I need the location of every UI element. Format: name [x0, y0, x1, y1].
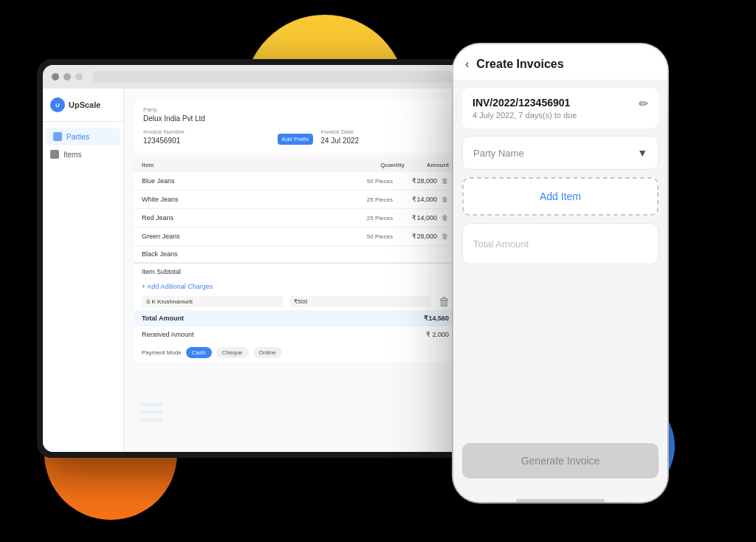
items-table-header: Item Quantity Amount [134, 158, 456, 172]
tablet-titlebar [43, 65, 467, 89]
sidebar-logo: U UpScale [43, 97, 123, 122]
back-button[interactable]: ‹ [465, 58, 469, 71]
total-amount-phone-label: Total Amount [473, 239, 529, 250]
parties-icon [53, 132, 62, 141]
phone-title: Create Invoices [476, 58, 563, 71]
phone-invoice-number: INV/2022/123456901 [472, 97, 577, 109]
sidebar-parties-label: Parties [66, 133, 89, 141]
add-item-box[interactable]: Add Item [462, 177, 659, 216]
delete-icon-1[interactable]: 🗑 [440, 195, 449, 204]
charge-row: S K Krushnamurti ₹500 🗑 [134, 293, 456, 310]
sidebar-items-label: Items [63, 151, 81, 159]
generate-invoice-button[interactable]: Generate Invoice [462, 443, 659, 478]
received-amount-value: ₹ 2,000 [426, 331, 449, 338]
total-amount-value: ₹14,560 [424, 315, 449, 322]
subtotal-label: Item Subtotal [142, 268, 181, 275]
titlebar-btn-2[interactable] [63, 73, 71, 80]
phone-invoice-due: 4 July 2022, 7 days(s) to due [472, 111, 577, 120]
sidebar-logo-text: UpScale [69, 100, 100, 109]
table-row: Black Jeans [134, 246, 456, 263]
col-header-qty: Quantity [360, 162, 405, 168]
url-bar [93, 71, 452, 83]
item-name-3: Green Jeans [142, 233, 348, 240]
delete-icon-3[interactable]: 🗑 [440, 232, 449, 241]
item-amt-3: ₹28,000 [393, 233, 437, 240]
item-amt-1: ₹14,000 [393, 196, 437, 203]
titlebar-btn-3[interactable] [75, 73, 83, 80]
invoice-info-card: INV/2022/123456901 4 July 2022, 7 days(s… [462, 88, 659, 128]
item-name-0: Blue Jeans [142, 177, 348, 185]
invoice-date-value: 24 Jul 2022 [320, 137, 447, 145]
total-amount-box: Total Amount [462, 223, 659, 264]
party-name-placeholder: Party Name [473, 148, 524, 159]
item-qty-3: 50 Pieces [348, 233, 393, 240]
add-prefix-button[interactable]: Add Prefix [278, 134, 314, 145]
subtotal-row: Item Subtotal [134, 263, 456, 280]
phone-header: ‹ Create Invoices [453, 50, 667, 80]
table-row: Blue Jeans 50 Pieces ₹28,000 🗑 [134, 172, 456, 191]
charge-name-field[interactable]: S K Krushnamurti [142, 296, 284, 307]
table-row: Red Jeans 25 Pieces ₹14,000 🗑 [134, 209, 456, 227]
invoice-number-value: 123456901 [143, 137, 270, 145]
tablet-mockup: U UpScale Parties Items [37, 59, 472, 458]
edit-icon[interactable]: ✏ [639, 97, 648, 111]
invoice-date-label: Invoice Date [320, 128, 447, 135]
payment-online-button[interactable]: Online [253, 347, 282, 358]
tablet-main-content: Party Delux India Pvt Ltd Invoice Number… [124, 89, 467, 452]
sidebar-item-items[interactable]: Items [43, 145, 123, 163]
item-amt-2: ₹14,000 [393, 214, 437, 222]
scene: U UpScale Parties Items [0, 0, 756, 542]
invoice-number-label: Invoice Number [143, 128, 270, 135]
payment-cheque-button[interactable]: Cheque [216, 347, 249, 358]
dropdown-arrow-icon: ▼ [637, 147, 647, 159]
charge-amount-field[interactable]: ₹500 [289, 296, 431, 307]
party-name-dropdown[interactable]: Party Name ▼ [462, 136, 659, 170]
item-qty-0: 50 Pieces [348, 178, 393, 185]
party-label: Party [143, 106, 447, 113]
phone-mockup: ‹ Create Invoices INV/2022/123456901 4 J… [453, 44, 667, 502]
delete-icon-0[interactable]: 🗑 [440, 176, 449, 185]
payment-cash-button[interactable]: Cash [186, 347, 212, 358]
total-amount-row: Total Amount ₹14,560 [134, 310, 456, 326]
table-row: White Jeans 25 Pieces ₹14,000 🗑 [134, 191, 456, 209]
titlebar-btn-1[interactable] [52, 73, 59, 80]
charge-delete-icon[interactable]: 🗑 [440, 298, 449, 306]
party-value: Delux India Pvt Ltd [143, 114, 447, 123]
total-amount-label: Total Amount [142, 315, 184, 322]
items-table: Item Quantity Amount Blue Jeans 50 Piece… [134, 158, 456, 363]
item-amt-0: ₹28,000 [393, 177, 437, 185]
logo-icon: U [50, 97, 65, 112]
home-indicator [516, 499, 605, 502]
received-amount-row: Received Amount ₹ 2,000 [134, 326, 456, 343]
item-qty-2: 25 Pieces [348, 215, 393, 222]
col-header-item: Item [142, 162, 360, 168]
add-item-label: Add Item [540, 191, 581, 202]
delete-icon-2[interactable]: 🗑 [440, 213, 449, 222]
received-amount-label: Received Amount [142, 331, 194, 338]
payment-mode-row: Payment Mode Cash Cheque Online [134, 343, 456, 363]
col-header-amount: Amount [405, 162, 449, 168]
watermark: ≡ [139, 386, 165, 437]
item-name-4: Black Jeans [142, 250, 360, 258]
item-qty-1: 25 Pieces [348, 196, 393, 203]
sidebar: U UpScale Parties Items [43, 89, 124, 452]
items-icon [50, 150, 59, 159]
invoice-header-section: Party Delux India Pvt Ltd Invoice Number… [134, 99, 456, 152]
item-name-2: Red Jeans [142, 214, 348, 222]
add-charges-button[interactable]: + Add Aditional Charges [134, 280, 456, 293]
table-row: Green Jeans 50 Pieces ₹28,000 🗑 [134, 227, 456, 246]
item-name-1: White Jeans [142, 196, 348, 203]
payment-mode-label: Payment Mode [142, 349, 182, 356]
sidebar-item-parties[interactable]: Parties [46, 128, 120, 145]
